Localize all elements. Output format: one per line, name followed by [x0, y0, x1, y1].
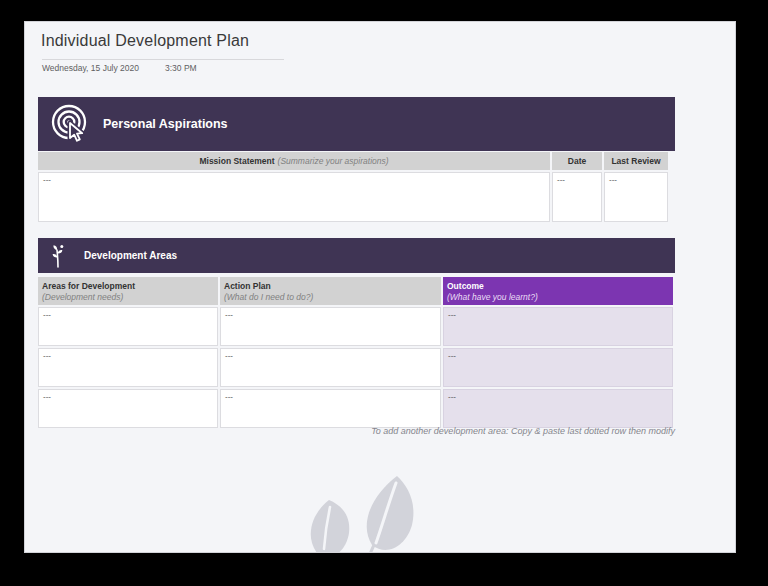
personal-aspirations-banner: Personal Aspirations: [38, 97, 675, 151]
development-areas-table: Areas for Development (Development needs…: [38, 277, 675, 428]
last-review-cell[interactable]: ---: [604, 172, 668, 222]
development-areas-banner: Development Areas: [38, 238, 675, 273]
outcome-cell-row1[interactable]: ---: [443, 307, 673, 346]
mission-statement-hint: (Summarize your aspirations): [278, 156, 389, 167]
target-cursor-icon: [48, 102, 92, 146]
notebook-page: Individual Development Plan Wednesday, 1…: [25, 22, 735, 552]
area-cell-row1[interactable]: ---: [38, 307, 218, 346]
last-review-header: Last Review: [604, 152, 668, 170]
action-plan-header: Action Plan (What do I need to do?): [220, 277, 441, 305]
outcome-cell-row3[interactable]: ---: [443, 389, 673, 428]
mission-statement-table: Mission Statement (Summarize your aspira…: [38, 152, 668, 222]
area-cell-row2[interactable]: ---: [38, 348, 218, 387]
page-title[interactable]: Individual Development Plan: [41, 32, 249, 50]
action-cell-row3[interactable]: ---: [220, 389, 441, 428]
title-underline: [42, 59, 284, 60]
personal-aspirations-title: Personal Aspirations: [103, 117, 228, 131]
leaves-watermark-icon: [293, 474, 465, 552]
outcome-cell-row2[interactable]: ---: [443, 348, 673, 387]
action-cell-row2[interactable]: ---: [220, 348, 441, 387]
action-cell-row1[interactable]: ---: [220, 307, 441, 346]
mission-statement-cell[interactable]: ---: [38, 172, 550, 222]
date-cell[interactable]: ---: [552, 172, 602, 222]
outcome-header: Outcome (What have you learnt?): [443, 277, 673, 305]
mission-statement-header: Mission Statement (Summarize your aspira…: [38, 152, 550, 170]
development-areas-title: Development Areas: [84, 250, 177, 261]
date-header: Date: [552, 152, 602, 170]
sprout-icon: [48, 244, 68, 268]
copy-paste-instruction: To add another development area: Copy & …: [38, 426, 675, 436]
mission-statement-label: Mission Statement: [199, 156, 274, 167]
page-time: 3:30 PM: [165, 63, 197, 73]
page-date: Wednesday, 15 July 2020: [42, 63, 139, 73]
page-datetime: Wednesday, 15 July 2020 3:30 PM: [42, 63, 197, 73]
areas-for-development-header: Areas for Development (Development needs…: [38, 277, 218, 305]
area-cell-row3[interactable]: ---: [38, 389, 218, 428]
